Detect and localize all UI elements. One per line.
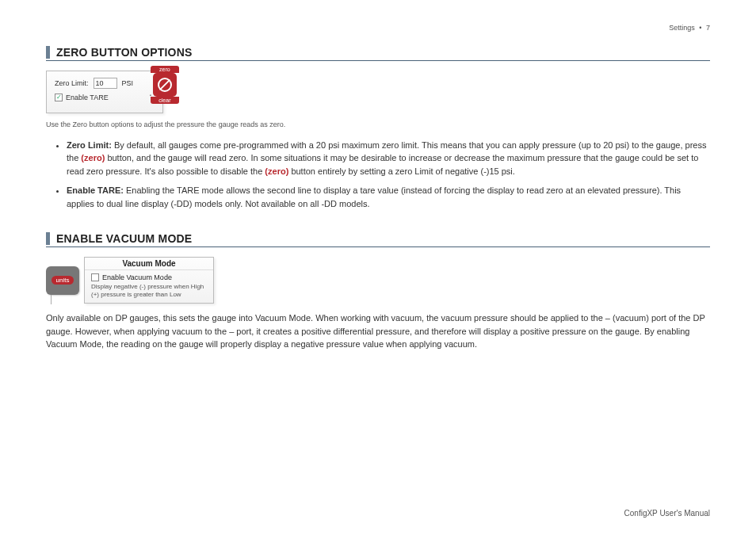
header-page: 7 (706, 24, 710, 32)
zero-badge-bottom: clear (151, 97, 179, 104)
bullet-text: Enabling the TARE mode allows the second… (67, 185, 681, 208)
zero-clear-badge: zero clear (151, 66, 179, 104)
figure-caption: Use the Zero button options to adjust th… (46, 120, 710, 131)
header-section: Settings (669, 24, 695, 32)
page-header: Settings • 7 (669, 24, 710, 32)
title-rule (46, 60, 710, 61)
units-label: units (52, 276, 74, 285)
vacuum-paragraph: Only available on DP gauges, this sets t… (46, 311, 710, 351)
section-title-zero: ZERO BUTTON OPTIONS (46, 46, 710, 59)
zero-bullets: Zero Limit: By default, all gauges come … (67, 139, 710, 211)
enable-tare-label: Enable TARE (66, 94, 109, 101)
enable-vacuum-row: Enable Vacuum Mode (91, 273, 207, 281)
enable-tare-checkbox[interactable]: ✓ (55, 94, 63, 101)
zero-button-ref: (zero) (81, 153, 105, 162)
zero-limit-input[interactable]: 10 (94, 78, 117, 89)
enable-vacuum-label: Enable Vacuum Mode (102, 273, 172, 281)
bullet-text: button entirely by setting a zero Limit … (288, 166, 515, 176)
figure-zero-options: Zero Limit: 10 PSI ✓ Enable TARE · zero … (46, 71, 710, 113)
vacuum-panel-header: Vacuum Mode (85, 258, 213, 270)
title-rule (46, 246, 710, 247)
zero-options-panel: Zero Limit: 10 PSI ✓ Enable TARE (46, 71, 163, 113)
enable-tare-row: ✓ Enable TARE (55, 94, 155, 101)
section-title-vacuum: ENABLE VACUUM MODE (46, 232, 710, 245)
units-badge: units (46, 266, 79, 295)
bullet-zero-limit: Zero Limit: By default, all gauges come … (67, 139, 710, 178)
zero-limit-label: Zero Limit: (55, 79, 89, 87)
bullet-enable-tare: Enable TARE: Enabling the TARE mode allo… (67, 184, 710, 210)
zero-limit-row: Zero Limit: 10 PSI (55, 78, 155, 89)
vacuum-note: Display negative (-) pressure when High … (91, 283, 207, 298)
enable-vacuum-checkbox[interactable] (91, 273, 99, 281)
zero-limit-unit: PSI (122, 79, 134, 87)
no-symbol-icon (153, 73, 177, 97)
vacuum-panel: Vacuum Mode Enable Vacuum Mode Display n… (84, 257, 214, 304)
header-dot: • (699, 24, 701, 32)
zero-badge-top: zero (151, 66, 179, 73)
bullet-strong: Zero Limit: (67, 140, 112, 150)
zero-button-ref: (zero) (265, 166, 288, 176)
bullet-strong: Enable TARE: (67, 185, 124, 195)
footer-text: ConfigXP User's Manual (624, 509, 710, 518)
figure-vacuum-mode: units Vacuum Mode Enable Vacuum Mode Dis… (46, 257, 710, 304)
